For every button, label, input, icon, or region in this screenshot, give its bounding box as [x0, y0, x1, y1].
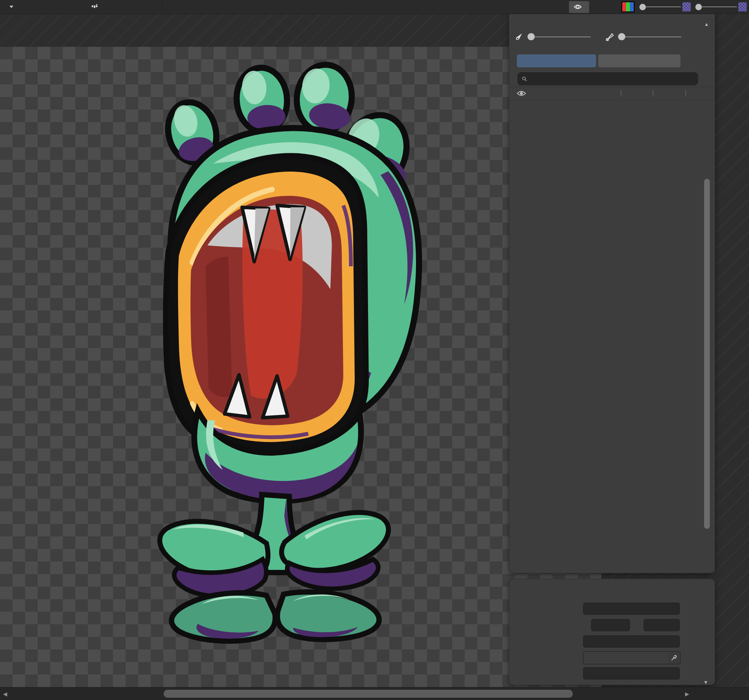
bone-color-field[interactable]	[583, 651, 680, 664]
slider-knob[interactable]	[639, 4, 646, 10]
bone-table-header: | | |	[509, 87, 715, 100]
slider-knob[interactable]	[618, 33, 625, 40]
slider-knob[interactable]	[527, 33, 535, 40]
scroll-up-icon[interactable]: ▲	[704, 21, 709, 27]
rotation-input[interactable]	[583, 635, 680, 648]
apply-button[interactable]	[607, 1, 617, 13]
scroll-left-icon[interactable]: ◀	[3, 691, 7, 697]
eyedropper-icon[interactable]	[668, 652, 680, 664]
tab-bone[interactable]	[517, 54, 596, 67]
bone-brush-icon	[515, 32, 524, 42]
visibility-panel: | | | ▲	[509, 11, 715, 573]
bone-color-swatch[interactable]	[583, 652, 668, 664]
bone-opacity-slider[interactable]	[515, 31, 602, 43]
revert-button[interactable]	[594, 1, 603, 13]
panel-scrollbar-thumb[interactable]	[704, 179, 710, 529]
horizontal-scrollbar-thumb[interactable]	[164, 690, 573, 698]
position-x-input[interactable]	[591, 619, 630, 631]
visibility-column-icon[interactable]	[509, 90, 534, 97]
top-toolbar	[0, 0, 749, 14]
skinning-editor-window: | | | ▲ ▼ ◀	[0, 0, 749, 700]
texture-pattern-icon	[738, 2, 747, 11]
search-icon	[522, 76, 527, 82]
tab-sprite[interactable]	[598, 54, 680, 67]
depth-input[interactable]	[583, 667, 680, 679]
scroll-down-icon[interactable]: ▼	[703, 679, 708, 685]
bone-outline-icon	[605, 32, 615, 42]
texture-pattern-icon	[682, 2, 691, 11]
sprite-sheet-button[interactable]	[86, 1, 105, 13]
slider-knob[interactable]	[695, 4, 702, 10]
bone-color-mode-icon[interactable]	[621, 1, 635, 13]
mesh-opacity-slider[interactable]	[605, 31, 693, 43]
bone-name-input[interactable]	[583, 603, 680, 615]
search-box[interactable]	[518, 72, 698, 85]
horizontal-scrollbar[interactable]: ◀ ▶	[0, 687, 749, 700]
toolbar-separator	[162, 1, 163, 13]
overlay-opacity-slider[interactable]	[639, 2, 691, 11]
bone-panel	[509, 579, 715, 685]
visibility-toggle-button[interactable]	[569, 1, 589, 13]
eye-icon	[574, 4, 582, 10]
skinning-editor-menu[interactable]	[2, 1, 18, 13]
position-y-input[interactable]	[644, 619, 680, 631]
sprite-sheet-icon	[91, 3, 98, 11]
caret-down-icon	[10, 6, 13, 8]
search-input[interactable]	[530, 75, 694, 83]
sprite-opacity-slider[interactable]	[695, 2, 747, 11]
scroll-right-icon[interactable]: ▶	[685, 691, 689, 697]
